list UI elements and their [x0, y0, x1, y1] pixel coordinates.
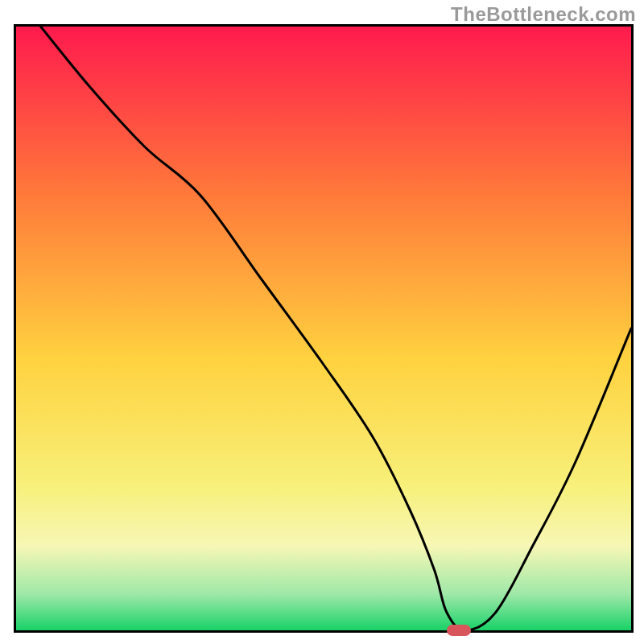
optimum-marker — [447, 625, 471, 636]
chart-container: TheBottleneck.com — [0, 0, 644, 644]
curve-line — [0, 0, 644, 644]
